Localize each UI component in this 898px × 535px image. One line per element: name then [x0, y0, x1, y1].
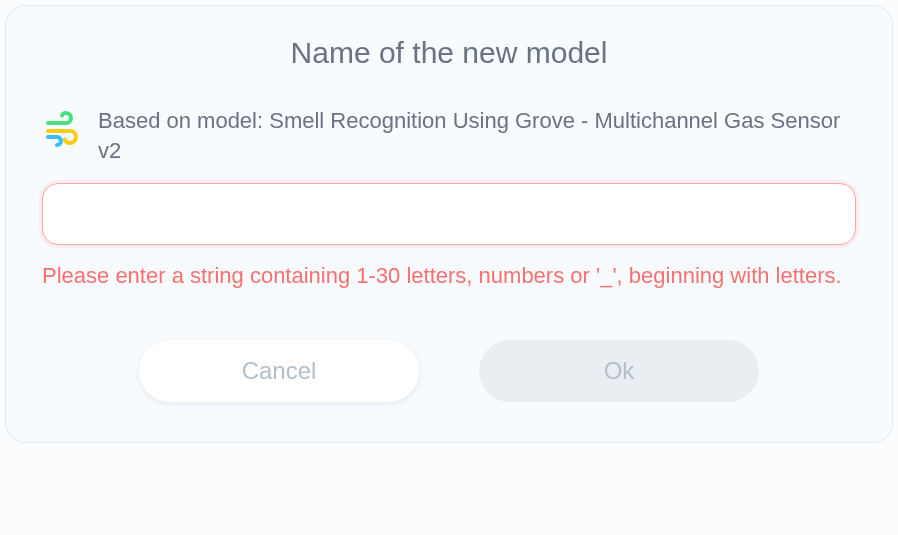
model-name-input[interactable]	[42, 183, 856, 245]
dialog-title: Name of the new model	[42, 36, 856, 70]
ok-button-label: Ok	[604, 357, 635, 385]
new-model-dialog: Name of the new model Based on model: Sm…	[5, 5, 893, 443]
ok-button[interactable]: Ok	[479, 340, 759, 402]
button-row: Cancel Ok	[42, 340, 856, 402]
wind-icon	[42, 110, 82, 150]
based-on-row: Based on model: Smell Recognition Using …	[42, 106, 856, 165]
input-wrapper	[42, 183, 856, 245]
validation-error-text: Please enter a string containing 1-30 le…	[42, 261, 856, 292]
cancel-button[interactable]: Cancel	[139, 340, 419, 402]
based-on-model-label: Based on model: Smell Recognition Using …	[98, 106, 856, 165]
cancel-button-label: Cancel	[242, 357, 317, 385]
